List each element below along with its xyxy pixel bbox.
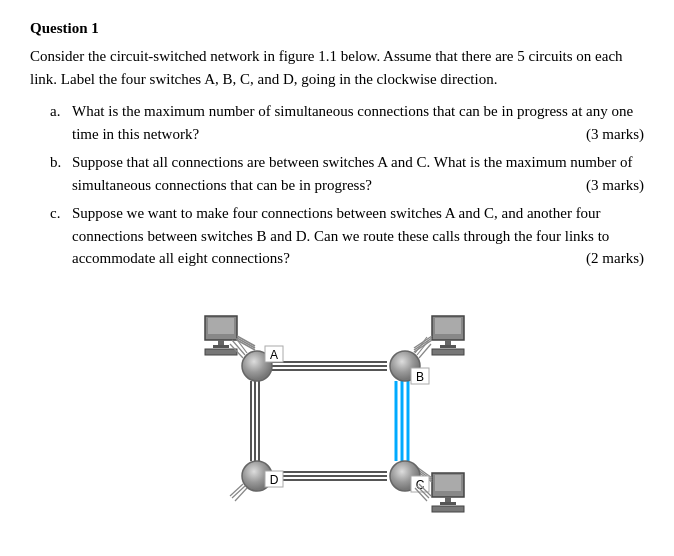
svg-rect-12 bbox=[432, 349, 464, 355]
switch-a-label: A bbox=[270, 348, 278, 362]
part-c: c. Suppose we want to make four connecti… bbox=[50, 202, 644, 270]
svg-rect-3 bbox=[213, 345, 229, 348]
svg-rect-4 bbox=[205, 349, 237, 355]
question-title: Question 1 bbox=[30, 20, 644, 37]
part-b: b. Suppose that all connections are betw… bbox=[50, 151, 644, 196]
svg-rect-17 bbox=[435, 475, 461, 491]
parts-list: a. What is the maximum number of simulta… bbox=[50, 100, 644, 270]
svg-rect-2 bbox=[218, 340, 224, 345]
question-block: Question 1 Consider the circuit-switched… bbox=[30, 20, 644, 556]
svg-rect-9 bbox=[435, 318, 461, 334]
svg-rect-18 bbox=[445, 497, 451, 502]
part-a-text: What is the maximum number of simultaneo… bbox=[72, 100, 644, 145]
svg-rect-20 bbox=[432, 506, 464, 512]
svg-rect-19 bbox=[440, 502, 456, 505]
part-a-marks: (3 marks) bbox=[586, 123, 644, 146]
part-a-letter: a. bbox=[50, 100, 72, 145]
part-c-text: Suppose we want to make four connections… bbox=[72, 202, 644, 270]
svg-rect-1 bbox=[208, 318, 234, 334]
switch-b-label: B bbox=[416, 370, 424, 384]
computer-top-left bbox=[205, 316, 255, 355]
svg-rect-11 bbox=[440, 345, 456, 348]
switch-d-label: D bbox=[270, 473, 279, 487]
svg-rect-10 bbox=[445, 340, 451, 345]
part-a: a. What is the maximum number of simulta… bbox=[50, 100, 644, 145]
network-diagram: A B C D bbox=[177, 288, 497, 548]
part-b-text: Suppose that all connections are between… bbox=[72, 151, 644, 196]
part-b-letter: b. bbox=[50, 151, 72, 196]
diagram-container: A B C D bbox=[30, 288, 644, 557]
intro-text: Consider the circuit-switched network in… bbox=[30, 45, 644, 90]
part-c-letter: c. bbox=[50, 202, 72, 270]
part-c-marks: (2 marks) bbox=[586, 247, 644, 270]
part-b-marks: (3 marks) bbox=[586, 174, 644, 197]
